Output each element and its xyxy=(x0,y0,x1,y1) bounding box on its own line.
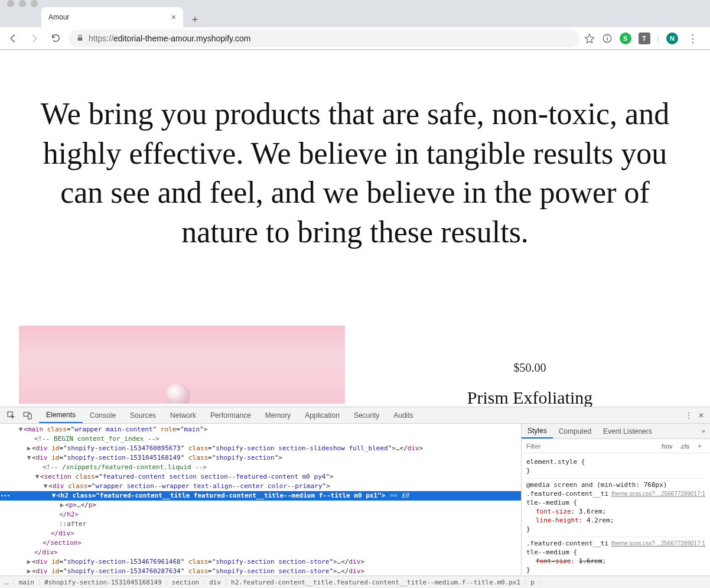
extension-s-icon[interactable]: S xyxy=(620,33,631,44)
breadcrumb-h2[interactable]: h2.featured-content__title.featured-cont… xyxy=(226,579,526,586)
hov-toggle[interactable]: :hov xyxy=(657,443,676,450)
product-price: $50.00 xyxy=(369,361,691,375)
devtools-menu-icon[interactable]: ⋮ xyxy=(685,411,692,420)
reload-button[interactable] xyxy=(47,30,64,47)
tab-application[interactable]: Application xyxy=(298,407,347,423)
product-name: Prism Exfoliating xyxy=(369,388,691,407)
devtools: Elements Console Sources Network Perform… xyxy=(0,407,710,588)
tab-audits[interactable]: Audits xyxy=(386,407,420,423)
hero-heading: We bring you products that are safe, non… xyxy=(0,50,710,275)
breadcrumb-section[interactable]: section xyxy=(167,579,204,586)
styles-tab-styles[interactable]: Styles xyxy=(522,424,553,438)
cls-toggle[interactable]: .cls xyxy=(676,443,693,450)
minimize-window-icon[interactable] xyxy=(19,0,26,7)
tab-title: Amour xyxy=(48,13,69,21)
tab-security[interactable]: Security xyxy=(347,407,386,423)
tab-console[interactable]: Console xyxy=(83,407,123,423)
address-bar[interactable]: https://editorial-theme-amour.myshopify.… xyxy=(69,30,579,47)
devtools-close-icon[interactable]: ✕ xyxy=(698,411,704,420)
dom-tree[interactable]: ▼<main class="wrapper main-content" role… xyxy=(0,424,521,576)
breadcrumb-p[interactable]: p xyxy=(526,579,540,586)
lock-icon xyxy=(76,34,84,42)
styles-rules[interactable]: element.style { } @media screen and (min… xyxy=(522,453,710,576)
breadcrumb-ellipsis[interactable]: … xyxy=(0,579,14,586)
tab-sources[interactable]: Sources xyxy=(123,407,163,423)
close-tab-icon[interactable]: × xyxy=(171,12,176,22)
breadcrumb-section-id[interactable]: #shopify-section-1531045168149 xyxy=(40,579,167,586)
selected-dom-node[interactable]: ••• ▼<h2 class="featured-content__title … xyxy=(0,491,521,501)
browser-chrome: Amour × ＋ https://editorial-theme-amour.… xyxy=(0,0,710,50)
browser-menu-icon[interactable]: ⋮ xyxy=(685,32,701,45)
product-section: $50.00 Prism Exfoliating xyxy=(0,275,710,407)
styles-tab-computed[interactable]: Computed xyxy=(553,424,597,438)
dom-breadcrumb[interactable]: … main #shopify-section-1531045168149 se… xyxy=(0,576,710,588)
info-icon[interactable] xyxy=(602,33,613,44)
new-style-rule-button[interactable]: ＋ xyxy=(693,441,706,450)
device-toolbar-icon[interactable] xyxy=(21,409,34,422)
zoom-window-icon[interactable] xyxy=(31,0,38,7)
traffic-lights xyxy=(7,0,38,7)
toolbar: https://editorial-theme-amour.myshopify.… xyxy=(0,27,710,50)
devtools-tabs: Elements Console Sources Network Perform… xyxy=(39,407,421,423)
star-icon[interactable] xyxy=(584,33,595,44)
breadcrumb-div[interactable]: div xyxy=(204,579,226,586)
styles-tab-eventlisteners[interactable]: Event Listeners xyxy=(597,424,658,438)
svg-rect-3 xyxy=(607,35,608,37)
droplet-graphic xyxy=(165,384,190,404)
close-window-icon[interactable] xyxy=(7,0,14,7)
styles-more-icon[interactable]: » xyxy=(701,427,710,435)
styles-filter-input[interactable] xyxy=(522,443,657,450)
svg-rect-2 xyxy=(607,37,608,40)
extension-t-icon[interactable]: T xyxy=(639,33,650,44)
back-button[interactable] xyxy=(5,30,21,47)
browser-tab[interactable]: Amour × xyxy=(41,7,183,27)
tab-memory[interactable]: Memory xyxy=(258,407,298,423)
toolbar-actions: S T | N ⋮ xyxy=(584,32,705,45)
svg-rect-6 xyxy=(28,414,31,419)
tab-strip: Amour × ＋ xyxy=(0,7,710,27)
forward-button[interactable] xyxy=(26,30,43,47)
inspect-element-icon[interactable] xyxy=(5,409,18,422)
page-viewport[interactable]: We bring you products that are safe, non… xyxy=(0,50,710,407)
devtools-toolbar: Elements Console Sources Network Perform… xyxy=(0,407,710,424)
titlebar xyxy=(0,0,710,7)
breadcrumb-main[interactable]: main xyxy=(14,579,40,586)
styles-pane: Styles Computed Event Listeners » :hov .… xyxy=(521,424,710,576)
tab-network[interactable]: Network xyxy=(163,407,203,423)
product-info: $50.00 Prism Exfoliating xyxy=(369,326,691,407)
tab-elements[interactable]: Elements xyxy=(39,407,83,423)
new-tab-button[interactable]: ＋ xyxy=(187,11,203,27)
url-text: https://editorial-theme-amour.myshopify.… xyxy=(89,34,250,43)
tab-performance[interactable]: Performance xyxy=(203,407,258,423)
profile-avatar[interactable]: N xyxy=(666,33,678,44)
product-image xyxy=(19,326,345,404)
svg-rect-0 xyxy=(78,37,83,40)
